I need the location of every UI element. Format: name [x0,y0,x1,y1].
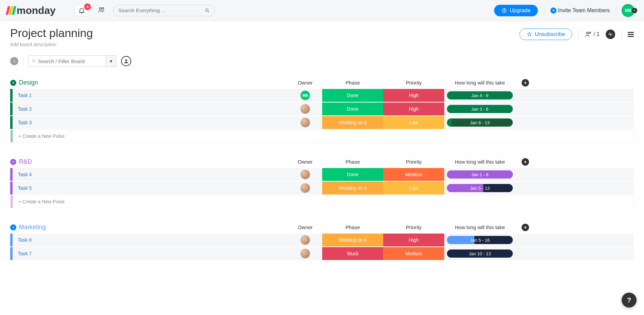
create-pulse-label: + Create a New Pulse [13,133,70,139]
timeline-cell[interactable]: Jan 3 - 6 [444,103,515,115]
global-search[interactable] [113,5,215,16]
add-column-button[interactable]: + [522,224,529,231]
invite-members-button[interactable]: + Invite Team Members [550,7,610,14]
task-name[interactable]: Task 3 [13,120,288,125]
create-pulse-row[interactable]: + Create a New Pulse [10,195,634,208]
add-column-button[interactable]: + [522,79,529,87]
task-name[interactable]: Task 2 [13,106,288,112]
timeline-cell[interactable]: Jan 5 - 16 [444,234,515,246]
task-row[interactable]: Task 3Working on itLowJan 8 - 13 [10,116,634,129]
global-search-input[interactable] [118,7,204,13]
column-header-owner[interactable]: Owner [288,159,322,165]
divider [621,29,622,39]
timeline-cell[interactable]: Jan 8 - 13 [444,116,515,129]
column-header-phase[interactable]: Phase [322,159,383,165]
group-header-row: ▾R&DOwnerPhasePriorityHow long will this… [10,156,634,167]
group-color-indicator [10,116,13,129]
column-header-owner[interactable]: Owner [288,224,322,230]
priority-cell[interactable]: Medium [383,247,444,260]
priority-cell[interactable]: Low [383,116,444,129]
members-count[interactable]: / 1 [585,31,600,38]
priority-cell[interactable]: Low [383,182,444,194]
phase-cell[interactable]: Done [322,103,383,115]
task-row[interactable]: Task 2DoneHighJan 3 - 6 [10,103,634,115]
board-menu-button[interactable] [628,32,634,37]
collapse-button[interactable]: ▾ [10,159,16,165]
collapse-button[interactable]: ▾ [10,80,16,86]
task-row[interactable]: Task 1MBDoneHighJan 4 - 9 [10,89,634,102]
timeline-cell[interactable]: Jan 4 - 9 [444,89,515,102]
owner-cell[interactable] [288,103,322,115]
search-icon [32,58,36,64]
timeline-cell[interactable]: Jan 10 - 13 [444,247,515,260]
people-button[interactable] [94,4,109,17]
group-name[interactable]: Design [19,79,38,86]
members-count-value: / 1 [593,31,600,37]
task-name[interactable]: Task 1 [13,93,288,98]
board-description[interactable]: Add board description [10,42,93,47]
unsubscribe-button[interactable]: Unsubscribe [520,29,572,40]
task-row[interactable]: Task 7StuckMediumJan 10 - 13 [10,247,634,260]
owner-cell[interactable]: MB [288,89,322,102]
owner-cell[interactable] [288,182,322,194]
board-title[interactable]: Project planning [10,26,93,40]
phase-cell[interactable]: Working on it [322,116,383,129]
timeline-label: Jan 5 - 16 [470,238,490,243]
info-button[interactable]: i [10,57,18,65]
column-header-timeline[interactable]: How long will this take [444,159,515,165]
priority-cell[interactable]: High [383,89,444,102]
svg-point-7 [33,60,35,62]
phase-cell[interactable]: Stuck [322,247,383,260]
column-header-phase[interactable]: Phase [322,80,383,86]
task-name[interactable]: Task 6 [13,237,288,243]
owner-cell[interactable] [288,247,322,260]
task-row[interactable]: Task 4DoneMediumJan 1 - 8 [10,168,634,181]
notifications-button[interactable]: 4 [74,5,90,16]
group-name[interactable]: R&D [19,158,32,165]
priority-cell[interactable]: High [383,103,444,115]
task-name[interactable]: Task 7 [13,251,288,256]
column-header-priority[interactable]: Priority [383,80,444,86]
svg-point-5 [587,32,589,34]
user-menu[interactable]: MB ▾ [622,5,637,16]
column-header-priority[interactable]: Priority [383,224,444,230]
upgrade-button[interactable]: Upgrade [494,5,538,16]
add-column-button[interactable]: + [522,158,529,166]
row-spacer [515,103,529,115]
activity-log-button[interactable] [606,30,615,39]
task-name[interactable]: Task 4 [13,172,288,177]
phase-cell[interactable]: Done [322,168,383,181]
phase-cell[interactable]: Done [322,89,383,102]
column-header-owner[interactable]: Owner [288,80,322,86]
column-header-priority[interactable]: Priority [383,159,444,165]
timeline-cell[interactable]: Jan 5 - 13 [444,182,515,194]
brand-logo[interactable]: monday [7,5,56,16]
timeline-cell[interactable]: Jan 1 - 8 [444,168,515,181]
board-filter[interactable] [28,55,106,67]
owner-cell[interactable] [288,234,322,246]
phase-cell[interactable]: Working on it [322,234,383,246]
priority-cell[interactable]: Medium [383,168,444,181]
create-pulse-row[interactable]: + Create a New Pulse [10,130,634,143]
notification-count: 4 [84,3,91,10]
column-header-timeline[interactable]: How long will this take [444,80,515,86]
row-spacer [515,116,529,129]
search-icon [204,8,210,13]
owner-cell[interactable] [288,116,322,129]
create-pulse-label: + Create a New Pulse [13,199,70,204]
column-header-phase[interactable]: Phase [322,224,383,230]
task-row[interactable]: Task 6Working on itHighJan 5 - 16 [10,234,634,246]
person-icon [123,58,129,64]
priority-cell[interactable]: High [383,234,444,246]
filter-dropdown[interactable]: ▾ [106,55,116,67]
board-filter-input[interactable] [38,58,102,64]
timeline-label: Jan 8 - 13 [470,120,490,125]
collapse-button[interactable]: ▾ [10,224,16,230]
phase-cell[interactable]: Working on it [322,182,383,194]
owner-cell[interactable] [288,168,322,181]
filter-by-person[interactable] [121,56,131,66]
task-name[interactable]: Task 5 [13,185,288,191]
column-header-timeline[interactable]: How long will this take [444,224,515,230]
group-name[interactable]: Marketing [19,224,46,231]
task-row[interactable]: Task 5Working on itLowJan 5 - 13 [10,182,634,194]
